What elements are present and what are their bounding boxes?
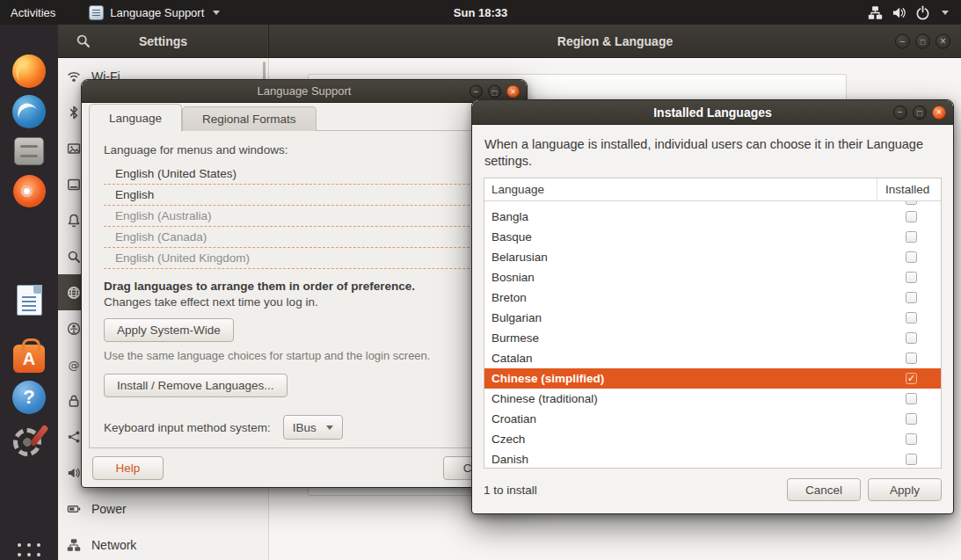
system-tray[interactable] — [855, 0, 961, 25]
language-preference-row[interactable]: English — [104, 185, 505, 206]
language-row[interactable]: Belarusian — [484, 247, 941, 267]
close-button[interactable] — [936, 33, 950, 48]
firefox-icon[interactable] — [11, 54, 47, 89]
thunderbird-icon[interactable] — [11, 94, 47, 129]
language-preference-row[interactable]: English (Australia) — [104, 206, 505, 227]
dock-icon — [67, 178, 81, 192]
installed-checkbox[interactable] — [906, 413, 917, 425]
installed-checkbox[interactable] — [906, 292, 917, 303]
installed-checkbox[interactable] — [906, 251, 917, 263]
installed-checkbox[interactable] — [906, 211, 917, 222]
maximize-button[interactable] — [488, 84, 501, 98]
chevron-down-icon — [942, 11, 949, 15]
languages-table: Language Installed BanglaBasqueBelarusia… — [484, 178, 942, 469]
menus-windows-label: Language for menus and windows: — [104, 143, 505, 156]
wifi-icon — [67, 69, 81, 84]
files-icon[interactable] — [11, 134, 47, 169]
sidebar-item-label: Power — [91, 502, 127, 516]
ime-dropdown[interactable]: IBus — [283, 415, 343, 440]
at-icon: @ — [67, 358, 81, 372]
installed-checkbox[interactable] — [906, 373, 917, 384]
language-row[interactable]: Basque — [484, 227, 941, 247]
language-preference-row[interactable]: English (United States) — [104, 164, 505, 185]
language-row[interactable]: Breton — [484, 287, 941, 308]
app-menu-label: Language Support — [110, 6, 204, 19]
dialog-title: Language Support — [258, 84, 352, 98]
help-icon[interactable] — [11, 380, 47, 415]
installed-checkbox[interactable] — [906, 353, 917, 364]
language-row[interactable]: Danish — [484, 449, 941, 469]
language-row[interactable]: Chinese (simplified) — [484, 368, 941, 389]
minimize-button[interactable] — [895, 33, 910, 48]
window-controls — [895, 33, 950, 48]
language-support-titlebar[interactable]: Language Support — [82, 80, 527, 103]
language-row[interactable]: Bosnian — [484, 267, 941, 287]
installed-languages-dialog: Installed Languages When a language is i… — [471, 99, 954, 514]
startup-note: Use the same language choices for startu… — [104, 349, 505, 362]
lock-icon — [67, 394, 81, 408]
show-applications-icon[interactable] — [11, 537, 47, 560]
apply-button[interactable]: Apply — [868, 478, 942, 501]
search-icon — [67, 250, 81, 264]
battery-icon — [67, 502, 81, 516]
language-name: Bangla — [484, 210, 528, 223]
svg-text:@: @ — [69, 358, 80, 371]
volume-icon — [892, 5, 906, 20]
maximize-button[interactable] — [915, 33, 930, 48]
language-row[interactable]: Chinese (traditional) — [484, 389, 941, 409]
drag-hint: Changes take effect next time you log in… — [104, 295, 505, 309]
language-name: Bulgarian — [484, 311, 542, 324]
language-row[interactable]: Burmese — [484, 328, 941, 348]
installed-checkbox[interactable] — [906, 272, 917, 283]
libreoffice-writer-icon[interactable] — [11, 282, 47, 317]
ime-value: IBus — [293, 421, 317, 434]
language-row[interactable]: Croatian — [484, 409, 941, 429]
apply-system-wide-button[interactable]: Apply System-Wide — [104, 318, 234, 342]
search-icon[interactable] — [76, 33, 91, 48]
settings-headerbar-right: Region & Language — [269, 25, 961, 57]
activities-button[interactable]: Activities — [0, 0, 66, 25]
rhythmbox-icon[interactable] — [11, 173, 47, 208]
installed-checkbox[interactable] — [906, 312, 917, 324]
close-button[interactable] — [932, 105, 946, 120]
language-row[interactable]: Bangla — [484, 207, 941, 227]
language-preference-row[interactable]: English (Canada) — [104, 227, 505, 248]
maximize-button[interactable] — [913, 105, 927, 120]
dialog-title: Installed Languages — [653, 105, 772, 120]
tab-bar: Language Regional Formats — [89, 104, 520, 131]
installed-checkbox[interactable] — [906, 231, 917, 243]
person-icon — [67, 322, 81, 336]
installed-checkbox[interactable] — [906, 454, 917, 465]
minimize-button[interactable] — [470, 84, 483, 98]
language-name: Danish — [484, 453, 528, 466]
installed-checkbox[interactable] — [906, 433, 917, 445]
installed-checkbox[interactable] — [906, 393, 917, 404]
language-row[interactable]: Czech — [484, 429, 941, 449]
chevron-down-icon — [326, 425, 333, 430]
clock[interactable]: Sun 18:33 — [445, 0, 516, 25]
language-preference-row[interactable]: English (United Kingdom) — [104, 248, 505, 269]
language-name: Belarusian — [484, 251, 548, 264]
sidebar-item-network[interactable]: Network — [58, 527, 268, 560]
cancel-button[interactable]: Cancel — [787, 478, 861, 501]
tab-language[interactable]: Language — [89, 104, 182, 131]
power-icon — [915, 5, 930, 20]
install-remove-languages-button[interactable]: Install / Remove Languages... — [104, 374, 288, 397]
language-row[interactable]: Catalan — [484, 348, 941, 368]
language-name: Burmese — [484, 331, 539, 345]
app-menu[interactable]: Language Support — [66, 0, 230, 25]
help-button[interactable]: Help — [92, 456, 164, 480]
software-properties-icon[interactable] — [11, 421, 47, 456]
drag-hint-bold: Drag languages to arrange them in order … — [104, 280, 505, 293]
tab-regional-formats[interactable]: Regional Formats — [182, 106, 317, 131]
settings-headerbar: Settings Region & Language — [58, 25, 961, 58]
language-row[interactable]: Bulgarian — [484, 308, 941, 328]
table-header: Language Installed — [484, 178, 941, 201]
minimize-button[interactable] — [893, 105, 907, 120]
ubuntu-software-icon[interactable] — [11, 338, 47, 374]
installed-checkbox[interactable] — [906, 332, 917, 344]
network-icon — [868, 5, 883, 20]
close-button[interactable] — [506, 84, 520, 98]
sidebar-item-power[interactable]: Power — [58, 491, 268, 527]
installed-languages-titlebar[interactable]: Installed Languages — [472, 100, 953, 125]
